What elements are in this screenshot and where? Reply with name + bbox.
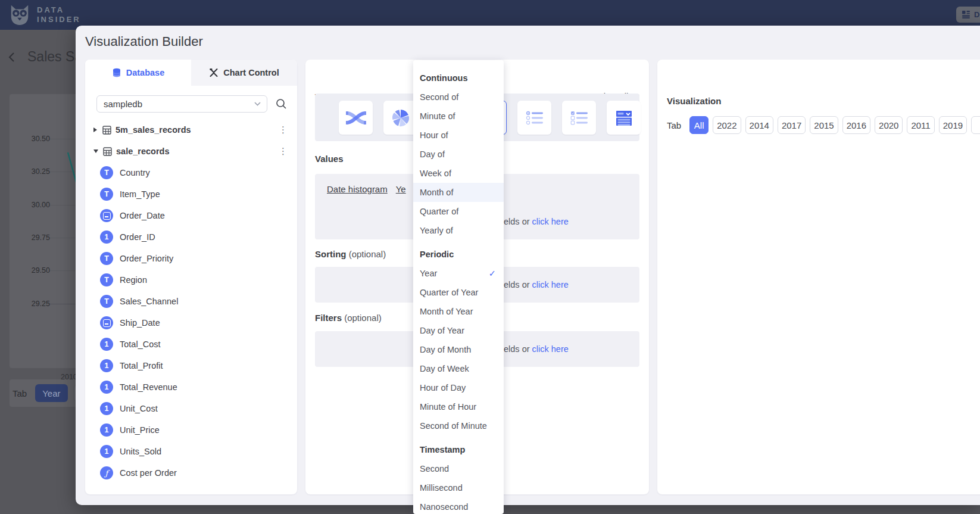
menu-item[interactable]: Yearly of [413,221,504,240]
field-item[interactable]: Order_Date [85,205,297,226]
menu-item[interactable]: Nanosecond [413,497,504,514]
year-tab-All[interactable]: All [689,116,709,134]
checkbox-list-tile[interactable] [562,101,596,135]
field-item[interactable]: Order_Priority [85,248,297,269]
date-icon [100,316,113,329]
menu-item[interactable]: Second [413,459,504,478]
sorting-label: Sorting (optional) [315,249,386,259]
year-tab-2015[interactable]: 2015 [810,116,838,134]
sankey-chart-tile[interactable] [339,101,373,135]
table-item-sale-records[interactable]: sale_records ⋮ [85,141,297,162]
menu-item[interactable]: Hour of Day [413,378,504,397]
date-histogram-tag[interactable]: Date histogram [327,184,388,194]
field-label: Cost per Order [120,468,177,478]
field-item[interactable]: Total_Cost [85,334,297,355]
field-label: Total_Profit [120,361,163,370]
bg-tab-label: Tab [13,388,29,398]
menu-item[interactable]: Minute of Hour [413,397,504,416]
table-icon [103,147,112,156]
menu-item[interactable]: Hour of [413,126,504,145]
datasource-value: sampledb [104,99,142,109]
caret-right-icon[interactable] [93,127,97,132]
field-label: Country [120,168,150,177]
text-icon [100,295,113,308]
menu-item[interactable]: Day of Week [413,359,504,378]
menu-item[interactable]: Day of Year [413,321,504,340]
y-tick: 30.25 [14,167,50,176]
menu-item[interactable]: Week of [413,164,504,183]
field-tree: 5m_sales_records ⋮ sale_records ⋮ Countr… [85,119,297,484]
click-here-link[interactable]: click here [532,217,569,226]
field-item[interactable]: Ship_Date [85,312,297,334]
menu-item[interactable]: Month of Year [413,302,504,321]
year-tab-2022[interactable]: 2022 [713,116,741,134]
menu-item[interactable]: Minute of [413,107,504,126]
year-tab-2020[interactable]: 2020 [875,116,903,134]
menu-section-header: Periodic [413,245,504,264]
menu-item[interactable]: Second of Minute [413,416,504,435]
checkbox-list-icon [570,109,589,127]
field-item[interactable]: Unit_Price [85,419,297,441]
field-item[interactable]: Cost per Order [85,462,297,484]
tools-icon [209,68,219,77]
year-tab-2[interactable]: 2 [971,116,980,134]
menu-item[interactable]: Day of [413,145,504,164]
field-item[interactable]: Sales_Channel [85,291,297,312]
number-icon [100,381,113,394]
menu-item[interactable]: Quarter of [413,202,504,221]
pie-chart-tile[interactable] [383,101,417,135]
field-label: Total_Cost [120,339,161,349]
year-tab-2011[interactable]: 2011 [907,116,934,134]
text-icon [100,252,113,265]
text-icon [100,188,113,201]
logo-line1: DATA [37,5,81,15]
datasource-select[interactable]: sampledb [96,95,267,113]
year-tag[interactable]: Ye [396,184,406,194]
field-item[interactable]: Unit_Cost [85,398,297,419]
menu-item[interactable]: Year✓ [413,264,504,283]
database-panel: Database Chart Control sampledb [85,60,297,494]
field-item[interactable]: Country [85,162,297,183]
page-title: Sales Sa [27,49,82,65]
tab-chart-control[interactable]: Chart Control [191,60,297,86]
search-icon[interactable] [276,98,287,110]
menu-item[interactable]: Second of [413,88,504,107]
table-item-5m-sales-records[interactable]: 5m_sales_records ⋮ [85,119,297,141]
click-here-link[interactable]: click here [532,344,569,354]
year-tab-row: Tab All202220142017201520162020201120192 [667,116,980,134]
table-menu-icon[interactable]: ⋮ [279,146,288,157]
year-tab-2019[interactable]: 2019 [939,116,967,134]
click-here-link[interactable]: click here [532,280,569,289]
tab-database[interactable]: Database [85,60,191,86]
chevron-down-icon [254,102,261,106]
app-logo: DATA INSIDER [8,3,81,27]
dropdown-filter-icon [614,108,633,127]
owl-logo-icon [8,3,31,27]
menu-item[interactable]: Quarter of Year [413,283,504,302]
number-icon [100,230,113,244]
field-item[interactable]: Order_ID [85,226,297,248]
field-label: Order_ID [120,232,155,242]
menu-item[interactable]: Month of [413,183,504,202]
field-label: Total_Revenue [120,382,177,392]
field-item[interactable]: Region [85,269,297,291]
text-icon [100,166,113,179]
dropdown-filter-tile[interactable] [607,101,641,135]
year-tabs: All202220142017201520162020201120192 [689,116,980,134]
radio-list-tile[interactable] [517,101,551,135]
field-item[interactable]: Units_Sold [85,441,297,462]
menu-item[interactable]: Millisecond [413,478,504,497]
table-name: sale_records [116,147,169,156]
field-item[interactable]: Total_Revenue [85,376,297,398]
year-tab-2017[interactable]: 2017 [778,116,806,134]
table-menu-icon[interactable]: ⋮ [279,124,288,135]
function-icon [100,466,113,479]
menu-item[interactable]: Day of Month [413,340,504,359]
field-item[interactable]: Item_Type [85,183,297,205]
year-tab-2016[interactable]: 2016 [842,116,870,134]
number-icon [100,402,113,415]
caret-down-icon[interactable] [93,149,98,153]
year-tab-2014[interactable]: 2014 [745,116,773,134]
y-tick: 29.50 [14,266,50,275]
field-item[interactable]: Total_Profit [85,355,297,376]
